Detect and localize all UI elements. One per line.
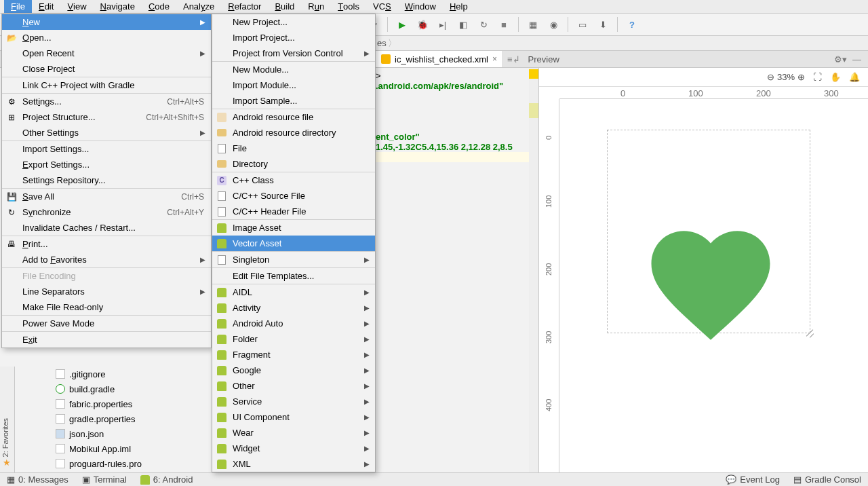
pan-icon[interactable]: ✋ <box>830 72 841 82</box>
new-menu-item[interactable]: C/C++ Header File <box>212 204 375 219</box>
new-menu-item[interactable]: Singleton▶ <box>212 252 375 267</box>
gear-icon[interactable]: ⚙▾ <box>834 54 847 64</box>
new-menu-item[interactable]: UI Component▶ <box>212 409 375 425</box>
file-menu-item[interactable]: Exit <box>2 332 211 348</box>
new-menu-item[interactable]: Import Project... <box>212 30 375 45</box>
editor-tab[interactable]: ic_wishlist_checked.xml × <box>376 51 503 67</box>
new-menu-item[interactable]: Project from Version Control▶ <box>212 45 375 61</box>
file-menu-item[interactable]: Invalidate Caches / Restart... <box>2 220 211 236</box>
preview-canvas[interactable]: 0 100 200 300 0 100 200 300 400 <box>539 87 868 472</box>
file-menu-item[interactable]: Export Settings... <box>2 157 211 172</box>
new-menu-item[interactable]: Google▶ <box>212 362 375 378</box>
new-menu-item[interactable]: New Module... <box>212 62 375 77</box>
preview-label[interactable]: Preview <box>528 54 559 64</box>
help-icon[interactable]: ? <box>626 18 638 31</box>
menu-navigate[interactable]: Navigate <box>94 0 142 13</box>
new-menu-item[interactable]: Vector Asset <box>212 236 375 251</box>
new-menu-item[interactable]: Image Asset <box>212 220 375 236</box>
menu-run[interactable]: Run <box>301 0 331 13</box>
run-icon[interactable]: ▶ <box>396 18 408 31</box>
terminal-tool-button[interactable]: ▣Terminal <box>82 474 127 485</box>
new-menu-item[interactable]: New Project... <box>212 14 375 30</box>
menu-tools[interactable]: Tools <box>331 0 366 13</box>
menu-analyze[interactable]: Analyze <box>176 0 221 13</box>
menu-view[interactable]: View <box>60 0 93 13</box>
sync-icon[interactable]: ◉ <box>547 18 559 31</box>
attach-debugger-icon[interactable]: ▸| <box>437 18 449 31</box>
menu-file[interactable]: File <box>4 0 32 13</box>
gutter-highlight-marker[interactable] <box>529 103 538 118</box>
resize-handle[interactable] <box>805 328 814 337</box>
new-menu-item[interactable]: Android resource directory <box>212 125 375 141</box>
layout-inspector-icon[interactable]: ▦ <box>527 18 539 31</box>
file-menu-item[interactable]: Make File Read-only <box>2 299 211 315</box>
gradle-console-button[interactable]: ▤Gradle Consol <box>793 474 861 485</box>
file-menu-item[interactable]: Link C++ Project with Gradle <box>2 77 211 93</box>
new-menu-item[interactable]: Other▶ <box>212 378 375 394</box>
stop-icon[interactable]: ■ <box>498 18 510 31</box>
new-menu-item[interactable]: Widget▶ <box>212 441 375 456</box>
menu-refactor[interactable]: Refactor <box>221 0 268 13</box>
new-menu-item[interactable]: Directory <box>212 156 375 172</box>
breadcrumb-segment[interactable]: es <box>377 38 387 48</box>
hide-icon[interactable]: — <box>852 54 861 64</box>
file-menu-item[interactable]: Close Project <box>2 61 211 77</box>
new-menu-item[interactable]: XML▶ <box>212 456 375 472</box>
file-menu-item[interactable]: Import Settings... <box>2 141 211 157</box>
new-menu-item[interactable]: CC++ Class <box>212 172 375 188</box>
soft-wrap-icon[interactable]: ≡↲ <box>507 54 520 64</box>
zoom-in-icon[interactable]: ⊕ <box>797 72 805 82</box>
file-menu-item[interactable]: Add to Favorites▶ <box>2 252 211 267</box>
notifications-icon[interactable]: 🔔 <box>849 72 860 82</box>
print-icon: 🖶 <box>6 239 17 250</box>
gear-icon: ⚙ <box>6 96 17 107</box>
messages-tool-button[interactable]: ▦0: Messages <box>7 474 68 485</box>
file-menu-item[interactable]: ⊞Project Structure...Ctrl+Alt+Shift+S <box>2 109 211 125</box>
sdk-manager-icon[interactable]: ⬇ <box>597 18 609 31</box>
menu-code[interactable]: Code <box>142 0 176 13</box>
zoom-fit-icon[interactable]: ⛶ <box>813 72 822 82</box>
file-menu-item[interactable]: Other Settings▶ <box>2 125 211 141</box>
file-menu-item[interactable]: 📂Open... <box>2 30 211 45</box>
file-menu-item[interactable]: Line Separators▶ <box>2 284 211 299</box>
new-menu-item[interactable]: Android resource file <box>212 109 375 125</box>
coverage-icon[interactable]: ◧ <box>457 18 469 31</box>
new-menu-item[interactable]: File <box>212 141 375 156</box>
new-menu-item[interactable]: Fragment▶ <box>212 347 375 362</box>
event-log-button[interactable]: 💬Event Log <box>726 474 780 485</box>
profile-icon[interactable]: ↻ <box>477 18 490 31</box>
menu-window[interactable]: Window <box>398 0 443 13</box>
new-menu-item[interactable]: Wear▶ <box>212 425 375 441</box>
file-menu-item[interactable]: ⚙Settings...Ctrl+Alt+S <box>2 94 211 109</box>
code-editor[interactable]: > .android.com/apk/res/android" ent_colo… <box>376 68 529 162</box>
close-icon[interactable]: × <box>492 54 497 64</box>
debug-icon[interactable]: 🐞 <box>416 18 429 31</box>
menu-edit[interactable]: Edit <box>32 0 60 13</box>
menu-vcs[interactable]: VCS <box>366 0 398 13</box>
file-menu-item[interactable]: New▶ <box>2 14 211 30</box>
android-tool-button[interactable]: 6: Android <box>140 474 193 485</box>
android-icon <box>216 334 227 345</box>
new-menu-item[interactable]: Import Module... <box>212 77 375 93</box>
menu-build[interactable]: Build <box>268 0 301 13</box>
new-menu-item[interactable]: C/C++ Source File <box>212 188 375 204</box>
menu-help[interactable]: Help <box>443 0 475 13</box>
new-menu-item[interactable]: Android Auto▶ <box>212 316 375 331</box>
file-menu-item[interactable]: Open Recent▶ <box>2 45 211 61</box>
new-menu-item[interactable]: Service▶ <box>212 394 375 409</box>
favorites-tool-button[interactable]: 2: Favorites <box>1 418 9 457</box>
new-menu-item[interactable]: Activity▶ <box>212 300 375 316</box>
file-menu-item[interactable]: ↻SynchronizeCtrl+Alt+Y <box>2 204 211 220</box>
file-menu-item[interactable]: 💾Save AllCtrl+S <box>2 189 211 204</box>
file-menu-item[interactable]: Settings Repository... <box>2 172 211 188</box>
new-menu-item[interactable]: Folder▶ <box>212 331 375 347</box>
zoom-out-icon[interactable]: ⊖ <box>767 72 774 82</box>
new-menu-item[interactable]: AIDL▶ <box>212 284 375 300</box>
new-menu-item[interactable]: Edit File Templates... <box>212 268 375 284</box>
gutter-warning-marker[interactable] <box>529 69 538 79</box>
project-tree[interactable]: .gitignore build.gradle fabric.propertie… <box>19 367 175 486</box>
new-menu-item[interactable]: Import Sample... <box>212 93 375 109</box>
file-menu-item[interactable]: 🖶Print... <box>2 236 211 252</box>
avd-manager-icon[interactable]: ▭ <box>576 18 589 31</box>
file-menu-item[interactable]: Power Save Mode <box>2 316 211 331</box>
